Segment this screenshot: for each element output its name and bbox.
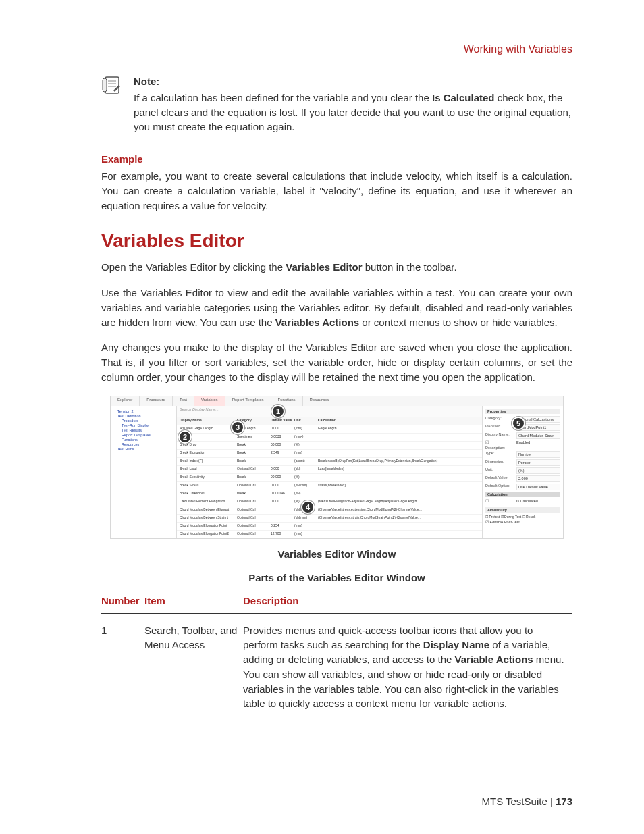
desc-bold-1: Display Name xyxy=(423,639,489,650)
tab-variables[interactable]: Variables xyxy=(194,396,225,406)
table-row[interactable]: Chord Modulus Between Strain tOptional C… xyxy=(177,515,482,523)
table-header-row: Display Name Category Default Value Unit… xyxy=(177,417,482,425)
example-body: For example, you want to create several … xyxy=(101,169,572,213)
table-row[interactable]: Break Index (F)Break(count)BreakIndexByD… xyxy=(177,458,482,466)
prop-default-value[interactable]: 2.000 xyxy=(516,475,560,482)
tree-item[interactable]: Functions xyxy=(122,438,173,442)
desc-bold-2: Variable Actions xyxy=(455,654,533,665)
editable-posttest-checkbox[interactable]: ☑ Editable Post-Test xyxy=(485,520,520,524)
properties-title: Properties xyxy=(485,409,560,414)
note-text: If a calculation has been defined for th… xyxy=(134,90,572,134)
prop-enabled-checkbox[interactable]: Enabled xyxy=(516,440,530,444)
prop-displayname-value[interactable]: Chord Modulus Strain Point 1 xyxy=(516,432,560,439)
tree-item[interactable]: Tension 2 xyxy=(117,409,173,413)
table-row[interactable]: Break DropBreak50.000(%) xyxy=(177,442,482,450)
callout-badge-4: 4 xyxy=(301,500,315,514)
col-display-name[interactable]: Display Name xyxy=(180,418,237,424)
table-row[interactable]: Chord Modulus Between ElongatOptional Ca… xyxy=(177,506,482,515)
table-row[interactable]: Chord Modulus ElongationPointOptional Ca… xyxy=(177,523,482,531)
prop-description-label: Description: xyxy=(485,446,516,450)
table-row[interactable]: Break ElongationBreak2.549(mm) xyxy=(177,450,482,458)
figure-caption: Variables Editor Window xyxy=(101,548,572,560)
col-number: Number xyxy=(101,588,144,613)
note-icon xyxy=(101,74,126,99)
availability-section: Availability xyxy=(485,507,560,513)
calculation-section: Calculation xyxy=(485,492,560,497)
tree-item[interactable]: Test-Run Display xyxy=(122,423,173,427)
search-input[interactable]: Search Display Name... xyxy=(177,406,482,417)
table-row[interactable]: Calculated Percent ElongationOptional Ca… xyxy=(177,498,482,506)
footer-sep: | xyxy=(547,796,556,807)
callout-badge-5: 5 xyxy=(512,417,525,430)
col-item: Item xyxy=(144,588,243,613)
prop-dimension-label: Dimension: xyxy=(485,459,516,466)
prop-unit-label: Unit: xyxy=(485,467,516,474)
ve-paragraph-1: Open the Variables Editor by clicking th… xyxy=(101,260,572,275)
tree-item[interactable]: Procedure xyxy=(122,419,173,423)
prop-type-value[interactable]: Number xyxy=(516,451,560,458)
prop-unit-value[interactable]: (%) xyxy=(516,467,560,474)
during-test-checkbox[interactable]: ☑ During Test xyxy=(501,515,522,519)
page-footer: MTS TestSuite | 173 xyxy=(481,796,572,807)
table-row[interactable]: AreaSpecimen0.0038(mm²) xyxy=(177,434,482,442)
page-header-section: Working with Variables xyxy=(101,43,572,55)
prop-default-label: Default Value: xyxy=(485,475,516,482)
variables-editor-title: Variables Editor xyxy=(101,230,572,252)
col-description: Description xyxy=(243,588,572,613)
prop-defaultopt-value[interactable]: Use Default Value xyxy=(516,484,560,490)
table-row[interactable]: Break SensitivityBreak90.000(%) xyxy=(177,474,482,482)
col-calculation[interactable]: Calculation xyxy=(318,418,479,424)
tree-item[interactable]: Test Definition xyxy=(117,414,173,418)
p1-pre: Open the Variables Editor by clicking th… xyxy=(101,261,286,273)
tab-procedure[interactable]: Procedure xyxy=(140,396,173,406)
p1-bold: Variables Editor xyxy=(286,261,362,273)
table-row[interactable]: Break StressOptional Cal0.000(kN/mm)stre… xyxy=(177,482,482,490)
tree-item[interactable]: Test Results xyxy=(122,428,173,432)
note-block: Note: If a calculation has been defined … xyxy=(101,74,572,134)
svg-rect-0 xyxy=(105,77,119,93)
p1-post: button in the toolbar. xyxy=(363,261,457,273)
tab-explorer[interactable]: Explorer xyxy=(111,396,140,406)
table-row[interactable]: Adjusted Gage LengthGageLength0.000(mm)G… xyxy=(177,425,482,434)
parts-table: Number Item Description 1 Search, Toolba… xyxy=(101,588,572,719)
tree-item[interactable]: Report Templates xyxy=(122,433,173,437)
callout-badge-1: 1 xyxy=(271,405,285,418)
table-row: 1 Search, Toolbar, and Menu Access Provi… xyxy=(101,613,572,718)
table-row[interactable]: Break ThresholdBreak0.000046(kN) xyxy=(177,490,482,498)
callout-badge-3: 3 xyxy=(231,421,244,434)
prop-dimension-value[interactable]: Percent xyxy=(516,459,560,466)
table-row[interactable]: Chord Modulus ElongationPoint2Optional C… xyxy=(177,531,482,538)
svg-rect-1 xyxy=(103,78,107,92)
ve-paragraph-3: Any changes you make to the display of t… xyxy=(101,340,572,384)
variables-editor-screenshot: Explorer Procedure Test Variables Report… xyxy=(110,396,564,539)
row1-item: Search, Toolbar, and Menu Access xyxy=(144,613,243,718)
note-text-pre: If a calculation has been defined for th… xyxy=(134,92,432,103)
explorer-tree[interactable]: Tension 2 Test Definition Procedure Test… xyxy=(111,406,177,538)
row1-description: Provides menus and quick-access toolbar … xyxy=(243,613,572,718)
p2-bold: Variables Actions xyxy=(275,317,360,328)
pretest-checkbox[interactable]: ☐ Pretest xyxy=(485,515,500,519)
p2-post: or context menus to show or hide variabl… xyxy=(359,317,557,328)
table-caption: Parts of the Variables Editor Window xyxy=(101,572,572,583)
footer-page: 173 xyxy=(556,796,572,807)
tab-test[interactable]: Test xyxy=(173,396,194,406)
tab-resources[interactable]: Resources xyxy=(303,396,337,406)
tab-report-templates[interactable]: Report Templates xyxy=(225,396,271,406)
is-calculated-checkbox[interactable]: Is Calculated xyxy=(516,499,538,503)
ve-paragraph-2: Use the Variables Editor to view and edi… xyxy=(101,286,572,330)
variables-table[interactable]: Search Display Name... Display Name Cate… xyxy=(177,406,482,538)
col-unit[interactable]: Unit xyxy=(294,418,318,424)
fig-toolbar: Explorer Procedure Test Variables Report… xyxy=(111,396,563,407)
col-default[interactable]: Default Value xyxy=(271,418,294,424)
table-row[interactable]: Break LoadOptional Cal0.000(kN)Load[brea… xyxy=(177,466,482,474)
note-title: Note: xyxy=(134,74,572,89)
footer-product: MTS TestSuite xyxy=(481,796,547,807)
row1-number: 1 xyxy=(101,613,144,718)
result-checkbox[interactable]: ☐ Result xyxy=(522,515,536,519)
tree-item[interactable]: Test Runs xyxy=(117,447,173,451)
is-calculated-bold: Is Calculated xyxy=(432,92,495,103)
tree-item[interactable]: Resources xyxy=(122,442,173,446)
prop-type-label: Type: xyxy=(485,451,516,458)
prop-displayname-label: Display Name: xyxy=(485,432,516,439)
example-heading: Example xyxy=(101,153,572,165)
